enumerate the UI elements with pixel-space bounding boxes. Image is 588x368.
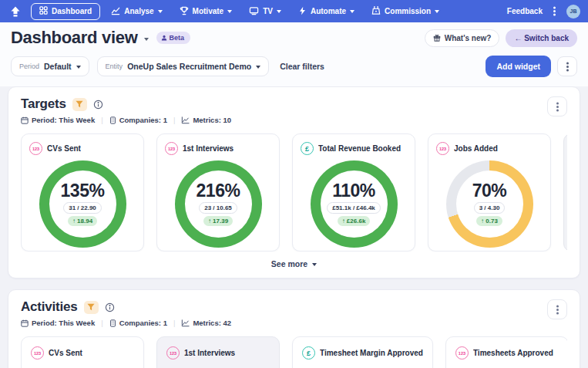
dashboard-options-menu-icon[interactable]	[557, 56, 577, 76]
target-ratio-badge: £51.1k / £46.4k	[327, 202, 381, 214]
target-card-title: 1st Interviews	[183, 144, 234, 153]
commission-icon	[371, 6, 381, 17]
target-card-1st-interviews[interactable]: 123 1st Interviews 216% 23 / 10.65 ↑ 17.…	[156, 133, 280, 252]
oneup-logo-icon[interactable]	[8, 6, 23, 17]
calendar-icon	[21, 319, 29, 327]
target-percent: 110%	[332, 182, 375, 200]
numeric-metric-icon: 123	[29, 142, 42, 155]
nav-item-commission[interactable]: Commission	[365, 3, 445, 20]
building-icon	[109, 116, 116, 124]
chevron-down-icon	[76, 66, 81, 69]
currency-metric-icon: £	[302, 346, 315, 360]
target-change-badge: ↑ 17.39	[203, 216, 233, 226]
chevron-down-icon	[435, 10, 439, 13]
activities-cards-row: 123 CVs Sent 31 123 1st Interviews 23 £ …	[21, 336, 567, 368]
target-percent: 216%	[197, 182, 240, 200]
top-nav-bar: Dashboard Analyse Motivate TV Automate C…	[0, 0, 588, 22]
target-ratio-badge: 31 / 22.90	[63, 202, 102, 214]
activities-filter-icon[interactable]	[84, 301, 99, 314]
activity-card-title: Timesheets Approved	[473, 349, 553, 357]
targets-filter-icon[interactable]	[72, 98, 87, 111]
currency-metric-icon: £	[301, 142, 314, 155]
activities-section-title: Activities	[21, 299, 78, 315]
chevron-down-icon	[256, 66, 260, 69]
trophy-icon	[180, 6, 189, 17]
entity-filter-label: Entity	[106, 62, 123, 70]
chevron-down-icon	[312, 263, 317, 266]
target-ratio-badge: 23 / 10.65	[199, 202, 237, 214]
clear-filters-link[interactable]: Clear filters	[280, 62, 324, 71]
lightning-bolt-icon	[298, 6, 307, 17]
nav-label: Analyse	[124, 7, 153, 15]
target-change-badge: ↑ 18.94	[68, 216, 97, 226]
targets-cards-row: 123 CVs Sent 135% 31 / 22.90 ↑ 18.94	[21, 133, 567, 252]
target-change-badge: ↑ 0.73	[476, 216, 502, 226]
see-more-button[interactable]: See more	[21, 259, 567, 270]
target-percent: 70%	[472, 182, 507, 200]
targets-period-meta: Period: This Week	[21, 116, 95, 124]
grid-icon	[39, 6, 48, 16]
switch-back-button[interactable]: ← Switch back	[506, 29, 577, 47]
targets-section-menu-icon[interactable]	[547, 96, 567, 116]
period-filter-label: Period	[19, 62, 39, 70]
numeric-metric-icon: 123	[31, 346, 44, 360]
dashboard-switcher-chevron-icon[interactable]	[144, 38, 149, 41]
calendar-icon	[21, 116, 29, 124]
whats-new-label: What's new?	[445, 34, 492, 42]
progress-ring: 216% 23 / 10.65 ↑ 17.39	[175, 160, 262, 248]
target-card-title: CVs Sent	[47, 144, 81, 153]
period-filter-dropdown[interactable]: Period Default	[11, 56, 89, 76]
entity-filter-value: OneUp Sales Recruitment Demo	[127, 62, 251, 71]
nav-item-tv[interactable]: TV	[243, 3, 287, 20]
page-title: Dashboard view	[11, 28, 138, 48]
targets-section: Targets Period: This Week |	[8, 86, 580, 279]
line-chart-icon	[111, 6, 120, 17]
entity-filter-dropdown[interactable]: Entity OneUp Sales Recruitment Demo	[97, 56, 270, 76]
target-card-jobs-added[interactable]: 123 Jobs Added 70% 3 / 4.30 ↑ 0.73	[428, 133, 551, 252]
nav-item-motivate[interactable]: Motivate	[173, 3, 239, 20]
next-card-sliver	[563, 133, 567, 252]
activity-card-title: CVs Sent	[49, 349, 82, 357]
nav-item-analyse[interactable]: Analyse	[105, 3, 168, 20]
nav-label: Motivate	[193, 7, 224, 15]
nav-item-automate[interactable]: Automate	[292, 3, 361, 20]
add-widget-button[interactable]: Add widget	[486, 56, 551, 77]
activities-metrics-meta: Metrics: 42	[181, 319, 231, 327]
progress-ring: 110% £51.1k / £46.4k ↑ £26.6k	[311, 160, 398, 248]
activities-section-menu-icon[interactable]	[547, 299, 567, 319]
whats-new-button[interactable]: What's new?	[425, 29, 500, 47]
numeric-metric-icon: 123	[166, 346, 180, 360]
nav-label: TV	[263, 7, 273, 15]
chevron-down-icon	[350, 10, 354, 13]
chevron-down-icon	[158, 10, 163, 13]
target-percent: 135%	[61, 182, 105, 200]
target-card-title: Total Revenue Booked	[318, 144, 401, 153]
nav-item-dashboard[interactable]: Dashboard	[31, 3, 100, 20]
see-more-label: See more	[271, 259, 307, 268]
nav-label: Dashboard	[52, 7, 92, 15]
activity-card-cvs-sent[interactable]: 123 CVs Sent 31	[21, 336, 144, 368]
progress-ring: 135% 31 / 22.90 ↑ 18.94	[39, 160, 126, 248]
feedback-link[interactable]: Feedback	[507, 7, 543, 15]
targets-section-title: Targets	[21, 96, 66, 112]
nav-overflow-menu-icon[interactable]	[552, 5, 557, 18]
targets-companies-meta: Companies: 1	[109, 116, 167, 124]
activity-card-timesheets-approved[interactable]: 123 Timesheets Approved 43	[445, 336, 567, 368]
chevron-down-icon	[277, 10, 281, 13]
target-card-cvs-sent[interactable]: 123 CVs Sent 135% 31 / 22.90 ↑ 18.94	[21, 133, 144, 252]
switch-back-label: ← Switch back	[514, 34, 569, 42]
beta-badge-label: Beta	[170, 34, 185, 42]
progress-ring: 70% 3 / 4.30 ↑ 0.73	[446, 160, 533, 248]
numeric-metric-icon: 123	[165, 142, 178, 155]
numeric-metric-icon: 123	[455, 346, 469, 360]
beta-badge: Beta	[156, 32, 191, 44]
info-icon[interactable]	[93, 100, 103, 110]
gift-icon	[433, 34, 441, 42]
activity-card-timesheet-margin-approved[interactable]: £ Timesheet Margin Approved £4,515.75	[292, 336, 433, 368]
filter-bar: Period Default Entity OneUp Sales Recrui…	[0, 49, 588, 86]
info-icon[interactable]	[105, 302, 115, 312]
target-card-total-revenue-booked[interactable]: £ Total Revenue Booked 110% £51.1k / £46…	[292, 133, 415, 252]
metrics-chart-icon	[181, 116, 190, 124]
user-avatar[interactable]: JB	[566, 5, 580, 19]
activity-card-1st-interviews[interactable]: 123 1st Interviews 23	[156, 336, 280, 368]
